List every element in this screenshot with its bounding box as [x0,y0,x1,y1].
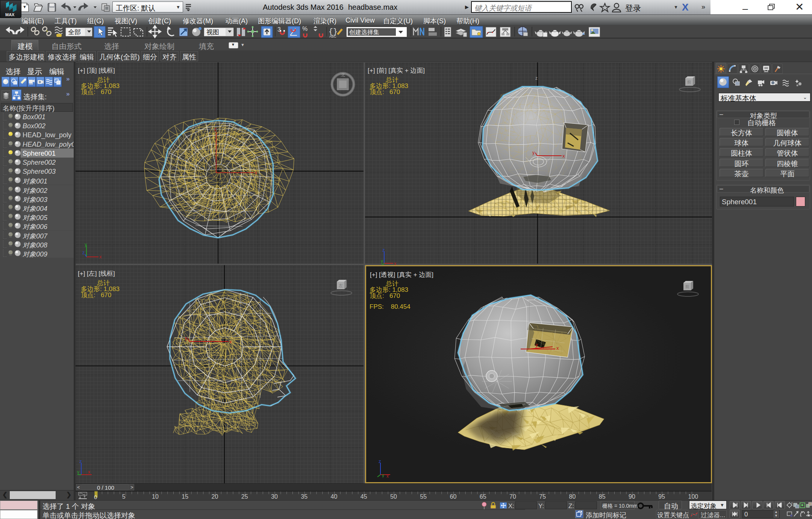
svg-text:x: x [562,153,565,159]
svg-text:创建选择集: 创建选择集 [349,29,379,35]
svg-text:x: x [99,254,102,260]
svg-text:全部: 全部 [68,29,81,36]
svg-text:z: z [382,248,385,253]
svg-text:x: x [88,469,90,475]
svg-text:y: y [382,473,384,478]
svg-text:z: z [214,127,217,132]
svg-text:y: y [535,342,538,348]
svg-text:z: z [82,250,85,255]
svg-text:y: y [77,469,79,475]
svg-text:x: x [255,170,257,175]
svg-text:%: % [302,26,308,32]
svg-text:ABC: ABC [329,35,336,38]
svg-text:x: x [229,339,232,344]
svg-text:y: y [532,150,535,155]
svg-text:y: y [381,258,383,264]
svg-text:x: x [556,345,559,351]
svg-text:x: x [394,261,397,266]
svg-text:左: 左 [339,283,343,288]
svg-text:z: z [79,460,82,464]
svg-text:z: z [535,76,538,81]
svg-text:北: 北 [341,73,345,77]
svg-text:y: y [185,335,187,341]
svg-text:y: y [85,243,87,247]
svg-text:前: 前 [685,284,689,289]
svg-text:z: z [379,460,381,464]
svg-text:x: x [386,473,389,478]
svg-text:视图: 视图 [206,29,219,36]
svg-text:前: 前 [687,80,691,84]
svg-text:z: z [527,294,530,300]
